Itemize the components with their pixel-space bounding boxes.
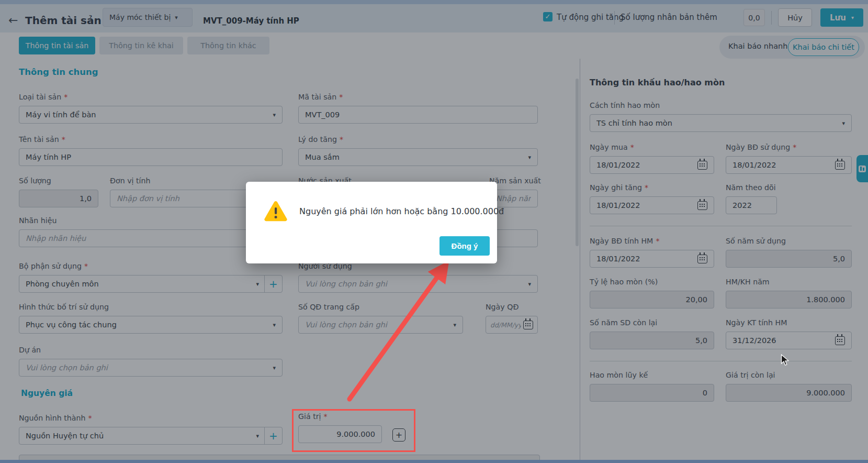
dialog-message: Nguyên giá phải lớn hơn hoặc bằng 10.000… [299, 206, 504, 216]
agree-button[interactable]: Đồng ý [439, 236, 490, 256]
mouse-cursor-icon [781, 354, 790, 366]
agree-label: Đồng ý [452, 241, 478, 250]
warning-icon [264, 201, 288, 222]
app-window: ← Thêm tài sản Máy móc thiết bị ▾ MVT_00… [0, 0, 868, 463]
annotation-arrow [314, 251, 471, 419]
warning-dialog: Nguyên giá phải lớn hơn hoặc bằng 10.000… [246, 182, 497, 263]
